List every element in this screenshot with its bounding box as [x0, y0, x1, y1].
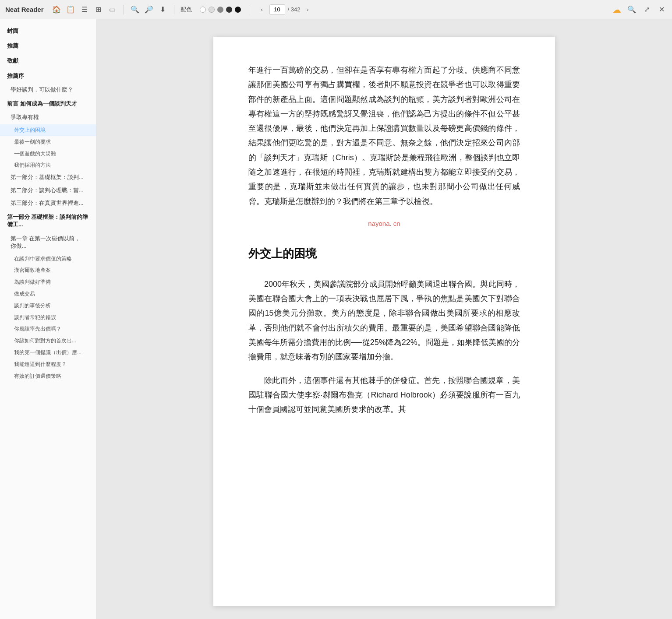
- search-icon[interactable]: 🔍: [130, 5, 140, 14]
- color-label: 配色: [180, 6, 192, 14]
- sidebar-item-our-method[interactable]: 我們採用的方法: [0, 159, 96, 171]
- sidebar: 封面 推薦 敬獻 推薦序 學好談判，可以做什麼？ 前言 如何成為一個談判天才 爭…: [0, 19, 96, 619]
- separator3: [249, 5, 249, 14]
- sidebar-item-prepare[interactable]: 為談判做好準備: [0, 276, 96, 288]
- sidebar-item-counter[interactable]: 你應該率先出價嗎？: [0, 323, 96, 335]
- sidebar-item-part1[interactable]: 第一部分：基礎框架：談判...: [0, 171, 96, 184]
- settings-icon[interactable]: ✕: [656, 4, 667, 15]
- page-container: 年進行一百萬磅的交易，但卻在是否享有專有權方面起了分歧。供應商不同意讓那個美國公…: [213, 37, 555, 606]
- sidebar-item-section1[interactable]: 第一部分 基礎框架：談判前的準備工...: [0, 210, 96, 232]
- sidebar-item-win-expertise[interactable]: 爭取專有權: [0, 111, 96, 124]
- copy-icon[interactable]: 📋: [66, 5, 75, 14]
- prev-page-btn[interactable]: ‹: [257, 5, 267, 14]
- sidebar-item-strategy[interactable]: 在談判中要求價值的策略: [0, 253, 96, 265]
- sidebar-item-part2[interactable]: 第二部分：談判心理戰：當...: [0, 184, 96, 197]
- sidebar-item-chapter1[interactable]: 第一章 在第一次碰價以前，你做...: [0, 232, 96, 253]
- separator2: [174, 5, 174, 14]
- opening-paragraph: 年進行一百萬磅的交易，但卻在是否享有專有權方面起了分歧。供應商不同意讓那個美國公…: [248, 63, 520, 209]
- watermark: nayona. cn: [248, 218, 520, 230]
- sidebar-item-learn-negotiate[interactable]: 學好談判，可以做什麼？: [0, 84, 96, 97]
- sidebar-item-extent[interactable]: 我能進逼到什麼程度？: [0, 359, 96, 370]
- search-right-icon[interactable]: 🔍: [626, 4, 637, 15]
- sidebar-item-make-deal[interactable]: 做成交易: [0, 288, 96, 300]
- sidebar-item-cover[interactable]: 封面: [0, 24, 96, 39]
- page-nav: ‹ / 342 ›: [257, 4, 313, 15]
- page-input[interactable]: [269, 4, 285, 15]
- zoom-icon[interactable]: 🔎: [144, 5, 154, 14]
- sidebar-item-real-estate[interactable]: 漢密爾敦地產案: [0, 264, 96, 276]
- color-white[interactable]: [200, 7, 206, 13]
- sidebar-item-mistakes[interactable]: 談判者常犯的錯誤: [0, 312, 96, 324]
- layout: 封面 推薦 敬獻 推薦序 學好談判，可以做什麼？ 前言 如何成為一個談判天才 爭…: [0, 19, 672, 619]
- color-light[interactable]: [209, 7, 215, 13]
- sidebar-item-part3[interactable]: 第三部分：在真實世界裡進...: [0, 197, 96, 210]
- content-body: 年進行一百萬磅的交易，但卻在是否享有專有權方面起了分歧。供應商不同意讓那個美國公…: [248, 63, 520, 417]
- menu-icon[interactable]: ☰: [80, 5, 89, 14]
- app-name: Neat Reader: [5, 6, 44, 13]
- color-mid[interactable]: [217, 7, 223, 13]
- sidebar-item-foreword[interactable]: 推薦序: [0, 69, 96, 84]
- sidebar-item-praise[interactable]: 推薦: [0, 39, 96, 53]
- sidebar-item-last-minute[interactable]: 最後一刻的要求: [0, 136, 96, 148]
- separator1: [124, 5, 124, 14]
- page-total: / 342: [288, 6, 301, 13]
- color-dark[interactable]: [226, 7, 232, 13]
- sidebar-item-counter-first[interactable]: 你該如何對對方的首次出...: [0, 335, 96, 347]
- next-page-btn[interactable]: ›: [303, 5, 312, 14]
- paragraph-2: 除此而外，這個事件還有其他棘手的併發症。首先，按照聯合國規章，美國駐聯合國大使李…: [248, 373, 520, 417]
- paragraph-1: 2000年秋天，美國參議院部分成員開始呼籲美國退出聯合國。與此同時，美國在聯合國…: [248, 277, 520, 365]
- expand-icon[interactable]: ⤢: [641, 4, 652, 15]
- color-dots: [200, 7, 241, 13]
- sidebar-item-effective-pricing[interactable]: 有效的訂價還價策略: [0, 370, 96, 382]
- grid-icon[interactable]: ⊞: [94, 5, 103, 14]
- sidebar-item-dedication[interactable]: 敬獻: [0, 53, 96, 68]
- toolbar-right: ☁ 🔍 ⤢ ✕: [612, 4, 667, 15]
- main-content: 年進行一百萬磅的交易，但卻在是否享有專有權方面起了分歧。供應商不同意讓那個美國公…: [96, 19, 672, 619]
- home-icon[interactable]: 🏠: [52, 5, 61, 14]
- sidebar-item-one-challenge[interactable]: 一個遊戲的大災難: [0, 148, 96, 160]
- toolbar: Neat Reader 🏠 📋 ☰ ⊞ ▭ 🔍 🔎 ⬇ 配色 ‹ / 342 ›…: [0, 0, 672, 19]
- download-icon[interactable]: ⬇: [158, 5, 168, 14]
- color-black[interactable]: [235, 7, 241, 13]
- section-heading: 外交上的困境: [248, 243, 520, 264]
- sidebar-item-post-analysis[interactable]: 談判的事後分析: [0, 300, 96, 312]
- weather-icon[interactable]: ☁: [612, 4, 622, 15]
- sidebar-item-first-proposal[interactable]: 我的第一個提議（出價）應...: [0, 347, 96, 359]
- sidebar-item-preface[interactable]: 前言 如何成為一個談判天才: [0, 96, 96, 111]
- sidebar-item-diplomatic-dilemma[interactable]: 外交上的困境: [0, 124, 96, 136]
- single-page-icon[interactable]: ▭: [108, 5, 117, 14]
